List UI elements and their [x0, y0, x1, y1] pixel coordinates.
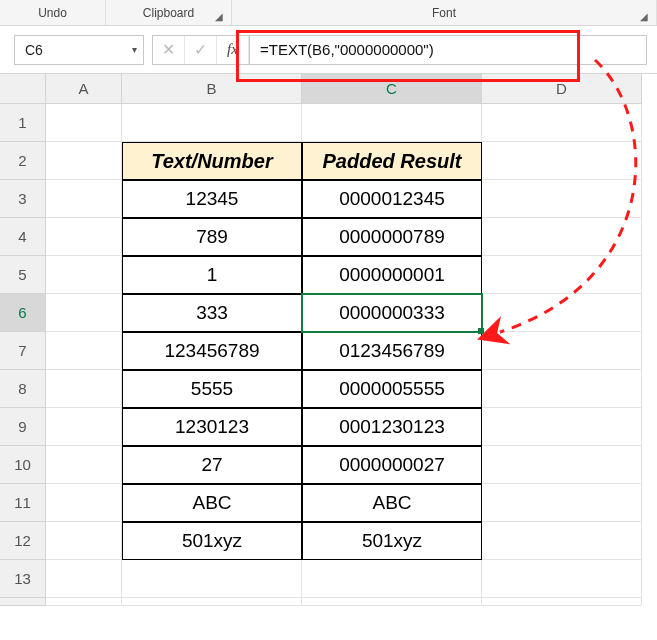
cell[interactable]: 0000012345 — [302, 180, 482, 218]
ribbon-label-undo: Undo — [38, 6, 67, 20]
cell[interactable] — [46, 104, 122, 142]
cell[interactable]: 501xyz — [122, 522, 302, 560]
cell[interactable]: 789 — [122, 218, 302, 256]
cancel-formula-icon[interactable]: ✕ — [153, 36, 185, 64]
cell[interactable] — [482, 484, 642, 522]
cell[interactable] — [482, 218, 642, 256]
ribbon-label-clipboard: Clipboard — [143, 6, 194, 20]
cell[interactable] — [482, 370, 642, 408]
ribbon-group-undo[interactable]: Undo — [0, 0, 106, 25]
formula-bar: C6 ▾ ✕ ✓ fx =TEXT(B6,"0000000000") — [0, 26, 657, 74]
ribbon-group-font[interactable]: Font ◢ — [232, 0, 657, 25]
cell[interactable] — [46, 408, 122, 446]
row-header[interactable]: 7 — [0, 332, 46, 370]
cell[interactable] — [482, 180, 642, 218]
cell[interactable] — [46, 560, 122, 598]
cell[interactable] — [302, 560, 482, 598]
cell[interactable] — [46, 218, 122, 256]
chevron-down-icon[interactable]: ▾ — [132, 44, 137, 55]
cell[interactable] — [302, 598, 482, 606]
cell[interactable] — [482, 598, 642, 606]
row-header[interactable]: 1 — [0, 104, 46, 142]
row-header[interactable]: 3 — [0, 180, 46, 218]
cell[interactable] — [482, 446, 642, 484]
cell[interactable] — [482, 294, 642, 332]
table-header-text-number[interactable]: Text/Number — [122, 142, 302, 180]
row-header[interactable]: 13 — [0, 560, 46, 598]
cell[interactable] — [46, 370, 122, 408]
cell[interactable] — [46, 446, 122, 484]
ribbon-strip: Undo Clipboard ◢ Font ◢ — [0, 0, 657, 26]
row-header[interactable]: 12 — [0, 522, 46, 560]
cell[interactable]: ABC — [122, 484, 302, 522]
cell[interactable] — [46, 180, 122, 218]
cell[interactable]: 0000000789 — [302, 218, 482, 256]
cell[interactable] — [46, 484, 122, 522]
formula-input[interactable]: =TEXT(B6,"0000000000") — [250, 35, 647, 65]
formula-text: =TEXT(B6,"0000000000") — [260, 41, 434, 58]
spreadsheet-grid[interactable]: A B C D 1 2 Text/Number Padded Result 3 … — [0, 74, 657, 636]
row-header[interactable] — [0, 598, 46, 606]
select-all-corner[interactable] — [0, 74, 46, 104]
cell[interactable]: 123456789 — [122, 332, 302, 370]
dialog-launcher-icon[interactable]: ◢ — [215, 11, 227, 23]
cell[interactable] — [46, 294, 122, 332]
row-header[interactable]: 10 — [0, 446, 46, 484]
row-header[interactable]: 6 — [0, 294, 46, 332]
cell[interactable] — [46, 142, 122, 180]
cell[interactable]: 0000000001 — [302, 256, 482, 294]
table-header-padded-result[interactable]: Padded Result — [302, 142, 482, 180]
cell[interactable] — [482, 104, 642, 142]
cell[interactable]: 5555 — [122, 370, 302, 408]
cell[interactable]: 333 — [122, 294, 302, 332]
dialog-launcher-icon[interactable]: ◢ — [640, 11, 652, 23]
cell[interactable] — [122, 560, 302, 598]
cell[interactable] — [122, 598, 302, 606]
accept-formula-icon[interactable]: ✓ — [185, 36, 217, 64]
cell[interactable]: 501xyz — [302, 522, 482, 560]
name-box-value: C6 — [25, 42, 43, 58]
cell[interactable]: 1230123 — [122, 408, 302, 446]
row-header[interactable]: 11 — [0, 484, 46, 522]
cell[interactable] — [46, 522, 122, 560]
col-header-c[interactable]: C — [302, 74, 482, 104]
row-header[interactable]: 9 — [0, 408, 46, 446]
ribbon-group-clipboard[interactable]: Clipboard ◢ — [106, 0, 232, 25]
cell[interactable] — [482, 256, 642, 294]
cell[interactable] — [46, 332, 122, 370]
name-box[interactable]: C6 ▾ — [14, 35, 144, 65]
formula-buttons: ✕ ✓ fx — [152, 35, 250, 65]
col-header-d[interactable]: D — [482, 74, 642, 104]
cell[interactable]: 0000000027 — [302, 446, 482, 484]
cell[interactable] — [482, 522, 642, 560]
cell[interactable] — [482, 332, 642, 370]
col-header-a[interactable]: A — [46, 74, 122, 104]
cell[interactable] — [46, 598, 122, 606]
active-cell[interactable]: 0000000333 — [302, 294, 482, 332]
row-header[interactable]: 8 — [0, 370, 46, 408]
ribbon-label-font: Font — [432, 6, 456, 20]
cell[interactable]: 12345 — [122, 180, 302, 218]
cell[interactable]: 0001230123 — [302, 408, 482, 446]
cell[interactable] — [482, 142, 642, 180]
cell[interactable] — [302, 104, 482, 142]
cell[interactable] — [46, 256, 122, 294]
cell[interactable]: ABC — [302, 484, 482, 522]
cell[interactable] — [122, 104, 302, 142]
cell[interactable]: 0000005555 — [302, 370, 482, 408]
cell[interactable] — [482, 408, 642, 446]
cell[interactable] — [482, 560, 642, 598]
cell[interactable]: 0123456789 — [302, 332, 482, 370]
cell[interactable]: 1 — [122, 256, 302, 294]
row-header[interactable]: 4 — [0, 218, 46, 256]
cell[interactable]: 27 — [122, 446, 302, 484]
col-header-b[interactable]: B — [122, 74, 302, 104]
row-header[interactable]: 5 — [0, 256, 46, 294]
fx-icon[interactable]: fx — [217, 36, 249, 64]
row-header[interactable]: 2 — [0, 142, 46, 180]
